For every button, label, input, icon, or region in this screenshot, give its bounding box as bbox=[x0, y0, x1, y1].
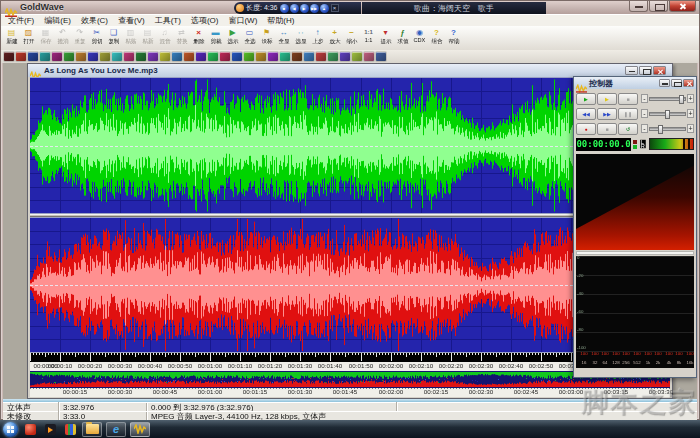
speed-increase-button[interactable]: + bbox=[687, 124, 694, 133]
effect-icon-19[interactable] bbox=[232, 52, 242, 61]
effect-icon-26[interactable] bbox=[316, 52, 326, 61]
effect-icon-23[interactable] bbox=[280, 52, 290, 61]
effect-icon-18[interactable] bbox=[220, 52, 230, 61]
toolbar-button-帮助[interactable]: ?帮助 bbox=[445, 27, 462, 48]
controller-titlebar[interactable]: 控制器 bbox=[574, 77, 696, 89]
controller-stop-button[interactable]: ■ bbox=[618, 93, 638, 105]
overview-ruler[interactable]: 00:00:1500:00:3000:00:4500:01:0000:01:15… bbox=[30, 388, 670, 397]
menu-item-6[interactable]: 窗口(W) bbox=[223, 15, 262, 26]
menu-item-1[interactable]: 编辑(E) bbox=[39, 15, 76, 26]
taskbar-red-app-icon[interactable] bbox=[22, 422, 38, 436]
maximize-button[interactable] bbox=[649, 1, 668, 12]
mini-player-stop-button[interactable]: ■ bbox=[280, 4, 289, 13]
effect-icon-17[interactable] bbox=[208, 52, 218, 61]
balance-slider-groove[interactable] bbox=[649, 112, 686, 116]
effect-icon-16[interactable] bbox=[196, 52, 206, 61]
close-button[interactable] bbox=[669, 1, 696, 12]
effect-icon-12[interactable] bbox=[148, 52, 158, 61]
balance-slider-handle[interactable] bbox=[665, 110, 670, 119]
effect-icon-13[interactable] bbox=[160, 52, 170, 61]
effect-icon-14[interactable] bbox=[172, 52, 182, 61]
controller-record-stop-button[interactable]: ■ bbox=[597, 123, 617, 135]
toolbar-button-打开[interactable]: ▨打开 bbox=[20, 27, 37, 48]
toolbar-button-上步[interactable]: ↑上步 bbox=[309, 27, 326, 48]
controller-maximize-button[interactable] bbox=[671, 79, 682, 87]
controller-play-button[interactable]: ▶ bbox=[576, 93, 596, 105]
effect-icon-4[interactable] bbox=[52, 52, 62, 61]
toolbar-button-撤消[interactable]: ↶撤消 bbox=[54, 27, 71, 48]
toolbar-button-保存[interactable]: ▦保存 bbox=[37, 27, 54, 48]
taskbar-internet-explorer-icon[interactable]: e bbox=[106, 422, 126, 437]
speed-decrease-button[interactable]: - bbox=[641, 124, 648, 133]
menu-item-7[interactable]: 帮助(H) bbox=[262, 15, 299, 26]
menu-item-5[interactable]: 选项(O) bbox=[186, 15, 224, 26]
effect-icon-22[interactable] bbox=[268, 52, 278, 61]
effect-icon-1[interactable] bbox=[16, 52, 26, 61]
volume-slider-handle[interactable] bbox=[679, 95, 684, 104]
volume-slider-groove[interactable] bbox=[649, 97, 686, 101]
effect-icon-28[interactable] bbox=[340, 52, 350, 61]
effect-icon-7[interactable] bbox=[88, 52, 98, 61]
titlebar[interactable]: GoldWave 长度: 4:36 ■◀▶▶▶▲ × 歌曲：海阔天空 歌手 bbox=[1, 1, 699, 14]
effect-icon-10[interactable] bbox=[124, 52, 134, 61]
effect-icon-31[interactable] bbox=[376, 52, 386, 61]
visual-display[interactable] bbox=[576, 154, 694, 250]
mini-player-close-icon[interactable]: × bbox=[331, 4, 339, 12]
effect-icon-25[interactable] bbox=[304, 52, 314, 61]
menu-item-3[interactable]: 查看(V) bbox=[113, 15, 150, 26]
taskbar-media-app-icon[interactable] bbox=[42, 422, 58, 436]
toolbar-button-混音[interactable]: ♫混音 bbox=[156, 27, 173, 48]
controller-minimize-button[interactable] bbox=[659, 79, 670, 87]
effect-icon-30[interactable] bbox=[364, 52, 374, 61]
mini-player-play-button[interactable]: ▶ bbox=[300, 4, 309, 13]
minimize-button[interactable] bbox=[629, 1, 648, 12]
toolbar-button-设标[interactable]: ⚑设标 bbox=[258, 27, 275, 48]
menu-item-4[interactable]: 工具(T) bbox=[150, 15, 186, 26]
effect-icon-6[interactable] bbox=[76, 52, 86, 61]
toolbar-button-1:1[interactable]: 1:11:1 bbox=[360, 27, 377, 46]
toolbar-button-粘贴[interactable]: ▥粘贴 bbox=[122, 27, 139, 48]
toolbar-button-提示[interactable]: ▾提示 bbox=[377, 27, 394, 48]
effect-icon-27[interactable] bbox=[328, 52, 338, 61]
toolbar-button-重复[interactable]: ↷重复 bbox=[71, 27, 88, 48]
volume-decrease-button[interactable]: - bbox=[641, 94, 648, 103]
toolbar-button-删除[interactable]: ×删除 bbox=[190, 27, 207, 48]
toolbar-button-放大[interactable]: +放大 bbox=[326, 27, 343, 48]
controller-fast-forward-button[interactable]: ▶▶ bbox=[597, 108, 617, 120]
effect-icon-20[interactable] bbox=[244, 52, 254, 61]
effect-icon-0[interactable] bbox=[4, 52, 14, 61]
effect-icon-21[interactable] bbox=[256, 52, 266, 61]
effect-icon-29[interactable] bbox=[352, 52, 362, 61]
toolbar-button-剪切[interactable]: ✂剪切 bbox=[88, 27, 105, 48]
controller-pause-button[interactable]: ❚❚ bbox=[618, 108, 638, 120]
speed-slider[interactable]: -+ bbox=[641, 124, 694, 133]
toolbar-button-替换[interactable]: ⇄替换 bbox=[173, 27, 190, 48]
toolbar-button-剪裁[interactable]: ▬剪裁 bbox=[207, 27, 224, 48]
toolbar-button-全选[interactable]: ▭全选 bbox=[241, 27, 258, 48]
effect-icon-11[interactable] bbox=[136, 52, 146, 61]
controller-rewind-button[interactable]: ◀◀ bbox=[576, 108, 596, 120]
mini-player-fast-forward-button[interactable]: ▶▶ bbox=[310, 4, 319, 13]
controller-record-button[interactable]: ● bbox=[576, 123, 596, 135]
effect-icon-15[interactable] bbox=[184, 52, 194, 61]
effect-icon-8[interactable] bbox=[100, 52, 110, 61]
doc-minimize-button[interactable] bbox=[625, 66, 638, 75]
toolbar-button-新建[interactable]: ▤新建 bbox=[3, 27, 20, 48]
controller-record-mode-button[interactable]: ↺ bbox=[618, 123, 638, 135]
controller-close-button[interactable] bbox=[683, 79, 694, 87]
controller-play-selection-button[interactable]: ▶ bbox=[597, 93, 617, 105]
mini-player-eject-button[interactable]: ▲ bbox=[320, 4, 329, 13]
effect-icon-2[interactable] bbox=[28, 52, 38, 61]
taskbar-explorer-icon[interactable] bbox=[82, 422, 102, 437]
start-button[interactable] bbox=[3, 422, 18, 437]
volume-slider[interactable]: -+ bbox=[641, 94, 694, 103]
toolbar-button-粘新[interactable]: ▤粘新 bbox=[139, 27, 156, 48]
effect-icon-9[interactable] bbox=[112, 52, 122, 61]
doc-close-button[interactable] bbox=[653, 66, 666, 75]
effect-icon-24[interactable] bbox=[292, 52, 302, 61]
taskbar-goldwave-icon[interactable] bbox=[130, 422, 150, 437]
toolbar-button-CDX[interactable]: ◉CDX bbox=[411, 27, 428, 46]
mini-player-rewind-button[interactable]: ◀ bbox=[290, 4, 299, 13]
doc-restore-button[interactable] bbox=[639, 66, 652, 75]
effect-icon-3[interactable] bbox=[40, 52, 50, 61]
